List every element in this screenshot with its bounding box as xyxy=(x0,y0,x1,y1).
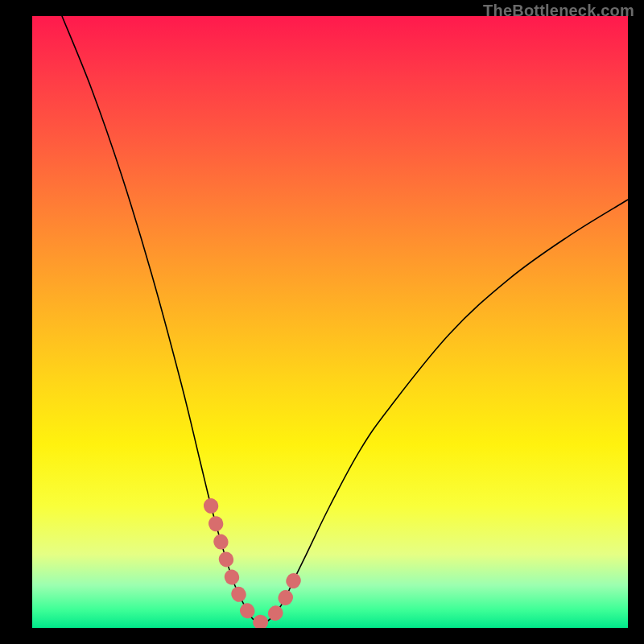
curve-layer xyxy=(32,16,628,628)
chart-frame: TheBottleneck.com xyxy=(0,0,644,644)
bottleneck-curve xyxy=(62,16,628,622)
plot-area xyxy=(32,16,628,628)
